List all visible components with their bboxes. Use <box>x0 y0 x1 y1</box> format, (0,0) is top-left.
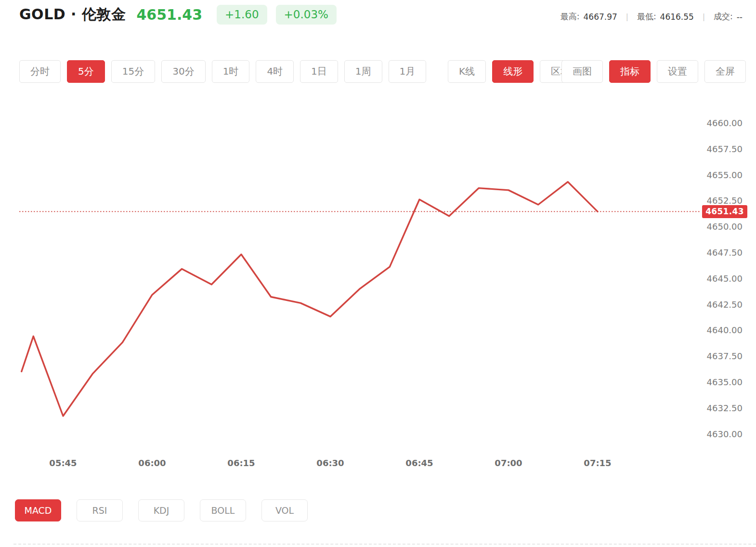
low-label: 最低: <box>637 11 656 22</box>
timeframe-30min-button[interactable]: 30分 <box>161 60 205 83</box>
y-axis-label: 4632.50 <box>707 403 743 413</box>
indicator-tool-button[interactable]: 指标 <box>609 60 651 83</box>
timeframe-5min-button[interactable]: 5分 <box>67 60 105 83</box>
x-axis-label: 06:45 <box>405 458 433 468</box>
indicator-rsi-button[interactable]: RSI <box>77 499 123 521</box>
high-value: 4667.97 <box>584 12 617 22</box>
low-value: 4616.55 <box>660 12 694 22</box>
fullscreen-button[interactable]: 全屏 <box>704 60 746 83</box>
chart-type-candlestick-button[interactable]: K线 <box>448 60 486 83</box>
draw-tool-button[interactable]: 画图 <box>561 60 603 83</box>
timeframe-1week-button[interactable]: 1周 <box>344 60 382 83</box>
timeframe-1hour-button[interactable]: 1时 <box>212 60 250 83</box>
session-stats: 最高: 4667.97 | 最低: 4616.55 | 成交: -- <box>560 11 743 22</box>
timeframe-minute-button[interactable]: 分时 <box>19 60 61 83</box>
indicator-macd-button[interactable]: MACD <box>15 499 61 521</box>
y-axis-label: 4637.50 <box>707 351 743 361</box>
x-axis-label: 06:15 <box>227 458 255 468</box>
y-axis-label: 4660.00 <box>707 118 743 128</box>
price-change-percent-badge: +0.03% <box>276 5 337 25</box>
indicator-vol-button[interactable]: VOL <box>261 499 308 521</box>
x-axis-label: 07:00 <box>495 458 522 468</box>
timeframe-15min-button[interactable]: 15分 <box>111 60 155 83</box>
y-axis-label: 4635.00 <box>707 377 743 387</box>
x-axis-label: 06:00 <box>138 458 166 468</box>
indicator-boll-button[interactable]: BOLL <box>200 499 246 521</box>
tools-button-group: 画图指标设置全屏 <box>561 60 746 83</box>
indicator-button-group: MACDRSIKDJBOLLVOL <box>15 499 308 521</box>
y-axis-label: 4647.50 <box>707 247 743 258</box>
settings-button[interactable]: 设置 <box>657 60 698 83</box>
y-axis-label: 4642.50 <box>707 299 743 309</box>
x-axis-label: 06:30 <box>316 458 344 468</box>
stat-separator: | <box>626 13 628 21</box>
instrument-title: GOLD · 伦敦金 <box>19 5 126 25</box>
trading-app: GOLD · 伦敦金 4651.43 +1.60 +0.03% 最高: 4667… <box>0 0 756 547</box>
x-axis-label: 05:45 <box>49 458 77 468</box>
volume-label: 成交: <box>714 11 733 22</box>
y-axis-label: 4630.00 <box>707 429 743 439</box>
y-axis-label: 4657.50 <box>707 143 743 154</box>
chart-type-line-button[interactable]: 线形 <box>492 60 534 83</box>
y-axis-label: 4655.00 <box>707 169 743 180</box>
price-change-badge: +1.60 <box>217 5 267 25</box>
timeframe-4hour-button[interactable]: 4时 <box>256 60 294 83</box>
timeframe-1month-button[interactable]: 1月 <box>389 60 427 83</box>
y-axis-label: 4640.00 <box>707 325 743 335</box>
volume-value: -- <box>737 12 743 22</box>
indicator-kdj-button[interactable]: KDJ <box>138 499 184 521</box>
x-axis-label: 07:15 <box>584 458 611 468</box>
y-axis-label: 4652.50 <box>707 195 743 206</box>
bottom-divider <box>13 544 756 545</box>
current-price-badge: 4651.43 <box>702 205 747 218</box>
y-axis-label: 4650.00 <box>707 221 743 232</box>
price-line <box>22 182 598 416</box>
stat-separator: | <box>703 13 705 21</box>
last-price: 4651.43 <box>136 6 202 23</box>
high-label: 最高: <box>560 11 580 22</box>
timeframe-button-group: 分时5分15分30分1时4时1日1周1月 <box>19 60 426 83</box>
header: GOLD · 伦敦金 4651.43 +1.60 +0.03% <box>19 5 337 25</box>
y-axis-label: 4645.00 <box>707 273 743 283</box>
timeframe-1day-button[interactable]: 1日 <box>300 60 338 83</box>
